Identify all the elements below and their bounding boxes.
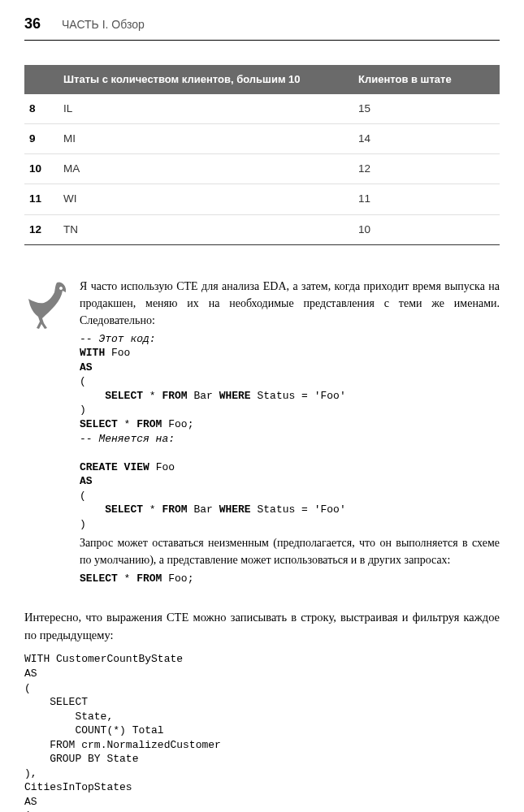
code-block-1: -- Этот код: WITH Foo AS ( SELECT * FROM… <box>80 332 500 532</box>
row-state: MI <box>58 123 353 153</box>
row-state: WI <box>58 184 353 214</box>
row-num: 12 <box>24 214 58 244</box>
row-state: MA <box>58 154 353 184</box>
row-count: 15 <box>353 94 500 124</box>
table-row: 11 WI 11 <box>24 184 500 214</box>
table-row: 8 IL 15 <box>24 94 500 124</box>
row-num: 11 <box>24 184 58 214</box>
row-count: 14 <box>353 123 500 153</box>
col-states: Штаты с количеством клиентов, большим 10 <box>58 65 353 94</box>
table-row: 9 MI 14 <box>24 123 500 153</box>
row-count: 10 <box>353 214 500 244</box>
state-clients-table: Штаты с количеством клиентов, большим 10… <box>24 65 500 245</box>
note-body: Я часто использую CTE для анализа EDA, а… <box>80 278 500 590</box>
row-count: 11 <box>353 184 500 214</box>
table-row: 10 MA 12 <box>24 154 500 184</box>
note-paragraph-1: Я часто использую CTE для анализа EDA, а… <box>80 278 500 329</box>
page-header: 36 ЧАСТЬ I. Обзор <box>24 0 500 41</box>
section-title: ЧАСТЬ I. Обзор <box>62 16 145 33</box>
page-number: 36 <box>24 13 41 35</box>
row-num: 9 <box>24 123 58 153</box>
row-num: 10 <box>24 154 58 184</box>
row-num: 8 <box>24 94 58 124</box>
crow-icon <box>24 278 68 590</box>
code-block-3: SELECT * FROM Foo; <box>80 572 500 586</box>
col-blank <box>24 65 58 94</box>
row-count: 12 <box>353 154 500 184</box>
body-p1: Интересно, что выражения CTE можно запис… <box>24 609 500 645</box>
table-row: 12 TN 10 <box>24 214 500 244</box>
note-paragraph-2: Запрос может оставаться неизменным (пред… <box>80 534 500 568</box>
body-paragraph: Интересно, что выражения CTE можно запис… <box>24 609 500 645</box>
sidebar-note: Я часто использую CTE для анализа EDA, а… <box>24 278 500 590</box>
row-state: TN <box>58 214 353 244</box>
row-state: IL <box>58 94 353 124</box>
col-count: Клиентов в штате <box>353 65 500 94</box>
table-header: Штаты с количеством клиентов, большим 10… <box>24 65 500 94</box>
code-block-final: WITH CustomerCountByState AS ( SELECT St… <box>24 652 500 812</box>
